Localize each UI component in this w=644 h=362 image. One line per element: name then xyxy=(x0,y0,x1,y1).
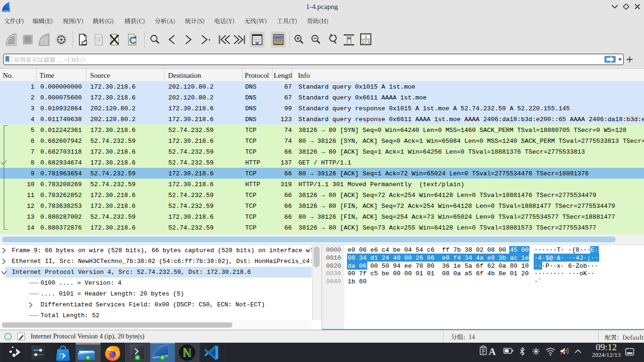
svg-text:0101: 0101 xyxy=(96,41,101,43)
svg-text:3: 3 xyxy=(367,40,370,45)
svg-text:1: 1 xyxy=(365,34,367,39)
svg-text:2: 2 xyxy=(362,40,364,45)
svg-text:A: A xyxy=(488,346,496,357)
